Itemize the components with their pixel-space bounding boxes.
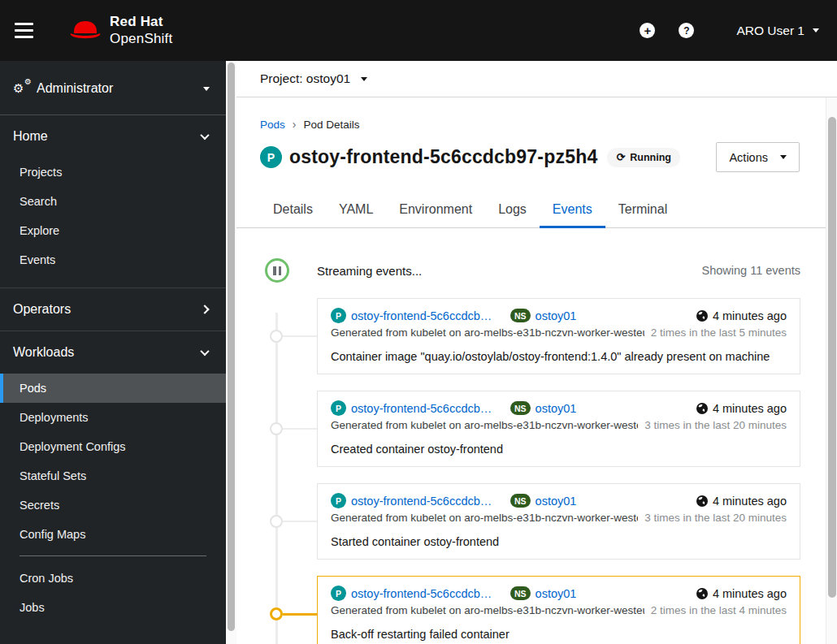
page-scrollbar — [226, 61, 236, 644]
pod-link[interactable]: ostoy-frontend-5c6ccdcb97-... — [351, 309, 496, 322]
tab-bar: Details YAML Environment Logs Events Ter… — [236, 192, 826, 228]
user-menu-label: ARO User 1 — [736, 24, 804, 38]
event-card-header: P ostoy-frontend-5c6ccdcb97-... NS ostoy… — [331, 586, 787, 601]
brand-text: Red Hat OpenShift — [110, 14, 172, 46]
pod-link[interactable]: ostoy-frontend-5c6ccdcb97-... — [351, 402, 496, 415]
event-card-header: P ostoy-frontend-5c6ccdcb97-... NS ostoy… — [331, 308, 787, 323]
event-card-header: P ostoy-frontend-5c6ccdcb97-... NS ostoy… — [331, 400, 787, 416]
event-row: P ostoy-frontend-5c6ccdcb97-... NS ostoy… — [317, 298, 800, 374]
event-time: 4 minutes ago — [696, 402, 787, 415]
timeline-connector — [283, 613, 317, 616]
add-plus-icon[interactable]: + — [640, 23, 655, 38]
chevron-down-icon — [200, 131, 209, 140]
namespace-resource-icon: NS — [510, 401, 531, 415]
namespace-resource-icon: NS — [510, 586, 531, 600]
event-time: 4 minutes ago — [696, 587, 787, 600]
home-subnav: Projects Search Explore Events — [0, 158, 226, 287]
timeline-dot-icon — [270, 422, 283, 435]
event-card-subheader: Generated from kubelet on aro-melbs-e31b… — [331, 326, 787, 339]
chevron-right-icon — [200, 305, 209, 313]
tab-yaml[interactable]: YAML — [326, 192, 386, 227]
pod-resource-icon: P — [331, 308, 346, 323]
events-count-label: Showing 11 events — [702, 264, 800, 277]
chevron-down-icon — [813, 28, 819, 32]
chevron-down-icon — [361, 77, 367, 81]
project-selector[interactable]: Project: ostoy01 — [260, 71, 367, 86]
event-frequency: 3 times in the last 20 minutes — [644, 512, 787, 524]
sidebar-item-cron-jobs[interactable]: Cron Jobs — [0, 564, 226, 593]
sidebar-item-events[interactable]: Events — [0, 245, 226, 274]
masthead-toolbar: + ? ARO User 1 — [640, 23, 837, 38]
namespace-link[interactable]: ostoy01 — [536, 587, 577, 600]
sidebar-item-pods[interactable]: Pods — [0, 374, 226, 403]
actions-button[interactable]: Actions — [716, 142, 800, 172]
help-question-icon[interactable]: ? — [679, 23, 694, 38]
event-card-subheader: Generated from kubelet on aro-melbs-e31b… — [331, 604, 787, 616]
breadcrumb-pods-link[interactable]: Pods — [260, 119, 285, 131]
tab-logs[interactable]: Logs — [485, 192, 540, 227]
page-scrollbar-thumb[interactable] — [228, 63, 235, 631]
sidebar-item-projects[interactable]: Projects — [0, 158, 226, 187]
openshift-console: Red Hat OpenShift + ? ARO User 1 ⚙⚙ Admi… — [0, 0, 837, 644]
globe-icon — [696, 310, 708, 322]
content-scrollbar-thumb[interactable] — [828, 117, 836, 598]
pod-link[interactable]: ostoy-frontend-5c6ccdcb97-... — [351, 495, 496, 508]
event-card: P ostoy-frontend-5c6ccdcb97-... NS ostoy… — [317, 483, 800, 560]
namespace-link[interactable]: ostoy01 — [536, 402, 577, 415]
title-row: P ostoy-frontend-5c6ccdcb97-pz5h4 ⟳ Runn… — [260, 142, 800, 172]
redhat-openshift-logo[interactable]: Red Hat OpenShift — [68, 14, 172, 46]
actions-label: Actions — [729, 151, 768, 164]
sidebar-item-search[interactable]: Search — [0, 187, 226, 216]
sidebar-item-secrets[interactable]: Secrets — [0, 491, 226, 520]
pod-resource-icon: P — [331, 493, 346, 508]
events-panel: Streaming events... Showing 11 events P … — [236, 258, 826, 644]
breadcrumb-current: Pod Details — [303, 119, 359, 131]
sidebar-item-deployments[interactable]: Deployments — [0, 403, 226, 432]
event-time: 4 minutes ago — [696, 309, 787, 322]
chevron-down-icon — [203, 87, 210, 91]
sidebar-item-deployment-configs[interactable]: Deployment Configs — [0, 432, 226, 461]
namespace-link[interactable]: ostoy01 — [536, 309, 577, 322]
event-time-label: 4 minutes ago — [713, 587, 787, 600]
event-card-subheader: Generated from kubelet on aro-melbs-e31b… — [331, 419, 787, 431]
sidebar-item-stateful-sets[interactable]: Stateful Sets — [0, 461, 226, 491]
namespace-link[interactable]: ostoy01 — [536, 495, 577, 508]
stream-header: Streaming events... Showing 11 events — [236, 258, 826, 283]
sidebar-nav: Home Projects Search Explore Events Oper… — [0, 115, 226, 622]
event-row: P ostoy-frontend-5c6ccdcb97-... NS ostoy… — [317, 391, 800, 467]
sidebar-item-jobs[interactable]: Jobs — [0, 593, 226, 622]
sidebar-item-config-maps[interactable]: Config Maps — [0, 520, 226, 549]
event-card: P ostoy-frontend-5c6ccdcb97-... NS ostoy… — [317, 298, 800, 374]
nav-group-home[interactable]: Home — [0, 115, 226, 158]
tab-events[interactable]: Events — [540, 192, 605, 227]
sidebar-item-explore[interactable]: Explore — [0, 216, 226, 245]
event-time-label: 4 minutes ago — [713, 402, 787, 415]
chevron-down-icon — [200, 347, 209, 356]
masthead: Red Hat OpenShift + ? ARO User 1 — [0, 0, 837, 61]
sidebar: ⚙⚙ Administrator Home Projects Search Ex… — [0, 61, 226, 644]
timeline-dot-icon — [270, 607, 283, 620]
hamburger-menu-icon[interactable] — [15, 15, 47, 47]
pause-stream-button[interactable] — [265, 258, 289, 283]
pod-link[interactable]: ostoy-frontend-5c6ccdcb97-... — [351, 587, 496, 600]
event-card: P ostoy-frontend-5c6ccdcb97-... NS ostoy… — [317, 391, 800, 467]
tab-details[interactable]: Details — [260, 192, 326, 227]
event-timeline — [275, 313, 278, 644]
globe-icon — [696, 495, 708, 507]
tab-terminal[interactable]: Terminal — [605, 192, 680, 227]
event-source: Generated from kubelet on aro-melbs-e31b… — [331, 326, 644, 339]
status-badge: ⟳ Running — [607, 148, 680, 167]
event-frequency: 2 times in the last 4 minutes — [651, 604, 787, 616]
nav-group-workloads[interactable]: Workloads — [0, 331, 226, 374]
tab-environment[interactable]: Environment — [386, 192, 485, 227]
nav-group-label: Home — [13, 129, 48, 144]
perspective-switcher[interactable]: ⚙⚙ Administrator — [0, 61, 226, 115]
event-row: P ostoy-frontend-5c6ccdcb97-... NS ostoy… — [317, 483, 800, 560]
main-content: Project: ostoy01 Pods › Pod Details P os… — [236, 61, 837, 644]
nav-group-operators[interactable]: Operators — [0, 288, 226, 331]
user-menu[interactable]: ARO User 1 — [736, 24, 819, 38]
streaming-label: Streaming events... — [317, 264, 422, 278]
event-message: Created container ostoy-frontend — [331, 443, 787, 456]
pod-resource-icon: P — [260, 146, 282, 168]
nav-group-label: Operators — [13, 302, 71, 317]
